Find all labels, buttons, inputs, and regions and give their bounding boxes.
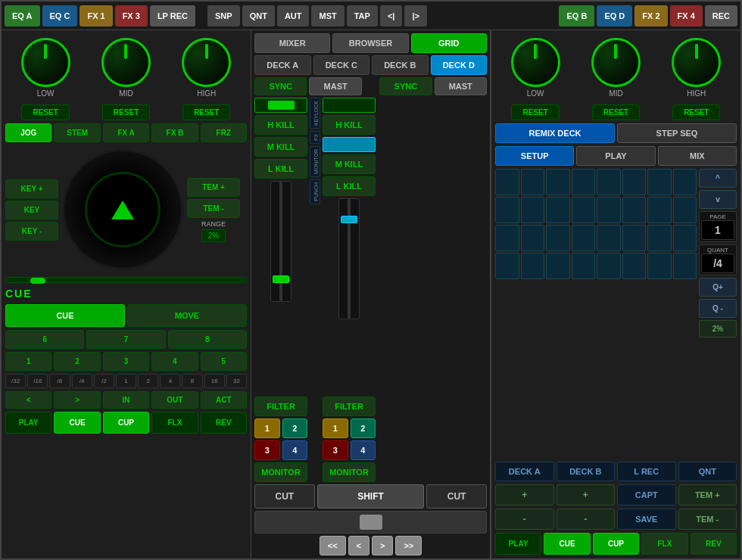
btn-move[interactable]: MOVE xyxy=(127,304,247,327)
btn-cue-main[interactable]: CUE xyxy=(5,304,125,327)
btn-div-x32[interactable]: 32 xyxy=(226,374,247,388)
cut-right-btn[interactable]: CUT xyxy=(426,484,487,509)
rpad-r1c8[interactable] xyxy=(673,169,697,195)
left-reset-mid[interactable]: RESET xyxy=(102,104,150,120)
btn-num-1[interactable]: 1 xyxy=(5,352,51,371)
btn-num-4[interactable]: 4 xyxy=(151,352,198,371)
q-minus-btn[interactable]: Q - xyxy=(699,299,737,318)
rpad-r2c3[interactable] xyxy=(546,197,570,223)
rpad-r2c2[interactable] xyxy=(521,197,545,223)
rpad-r4c2[interactable] xyxy=(521,253,545,279)
rpad-r3c1[interactable] xyxy=(495,225,519,251)
tab-rec[interactable]: REC xyxy=(705,5,737,26)
tab-fx1[interactable]: FX 1 xyxy=(80,5,112,26)
rpad-r2c4[interactable] xyxy=(572,197,596,223)
rpad-r1c7[interactable] xyxy=(647,169,672,195)
hotcue-right-3[interactable]: 3 xyxy=(323,440,348,460)
tab-arrow-right[interactable]: |> xyxy=(404,5,427,26)
left-btn-play[interactable]: PLAY xyxy=(5,412,51,434)
minus-btn-1[interactable]: - xyxy=(495,509,554,530)
tab-mst[interactable]: MST xyxy=(311,5,344,26)
btn-num-3[interactable]: 3 xyxy=(103,352,149,371)
rpad-r1c6[interactable] xyxy=(622,169,647,195)
rpad-r2c6[interactable] xyxy=(622,197,647,223)
tab-grid[interactable]: GRID xyxy=(411,33,487,53)
tab-lp-rec[interactable]: LP REC xyxy=(150,5,195,26)
tem-plus-right[interactable]: TEM + xyxy=(678,484,737,506)
right-cup[interactable]: CUP xyxy=(593,533,639,555)
rpad-r2c1[interactable] xyxy=(495,197,519,223)
btn-div-x8[interactable]: 8 xyxy=(182,374,202,388)
tem-minus-right[interactable]: TEM - xyxy=(678,509,737,530)
rpad-r4c3[interactable] xyxy=(546,253,570,279)
tab-arrow-left[interactable]: <| xyxy=(380,5,403,26)
right-flx[interactable]: FLX xyxy=(641,533,687,555)
l-rec-btn[interactable]: L REC xyxy=(617,462,676,481)
btn-key-plus[interactable]: KEY + xyxy=(5,179,58,198)
btn-fx-a[interactable]: FX A xyxy=(103,123,149,142)
tab-eq-b[interactable]: EQ B xyxy=(559,5,594,26)
btn-fx-b[interactable]: FX B xyxy=(151,123,198,142)
right-knob-high-dial[interactable] xyxy=(672,38,721,87)
right-reset-mid[interactable]: RESET xyxy=(592,104,640,120)
btn-stem[interactable]: STEM xyxy=(54,123,100,142)
deck-b-ab[interactable]: DECK B xyxy=(556,462,616,481)
btn-div-x2[interactable]: 2 xyxy=(138,374,158,388)
deck-d-btn[interactable]: DECK D xyxy=(431,55,488,75)
rpad-r3c6[interactable] xyxy=(622,225,647,251)
right-play-btn[interactable]: PLAY xyxy=(576,146,655,166)
btn-num-8[interactable]: 8 xyxy=(168,330,247,349)
right-rev[interactable]: REV xyxy=(691,533,737,555)
nav-fwd[interactable]: > xyxy=(372,536,393,555)
left-knob-low-dial[interactable] xyxy=(21,38,70,87)
rpad-r4c6[interactable] xyxy=(622,253,647,279)
rpad-r3c4[interactable] xyxy=(572,225,596,251)
right-reset-high[interactable]: RESET xyxy=(672,104,720,120)
rpad-r4c8[interactable] xyxy=(673,253,697,279)
tab-snp[interactable]: SNP xyxy=(207,5,240,26)
shift-btn[interactable]: SHIFT xyxy=(317,484,425,509)
left-knob-mid-dial[interactable] xyxy=(101,38,151,87)
btn-act[interactable]: ACT xyxy=(201,391,247,409)
left-btn-rev[interactable]: REV xyxy=(201,412,247,434)
rpad-r3c5[interactable] xyxy=(597,225,621,251)
sync-left[interactable]: SYNC xyxy=(254,77,307,95)
setup-btn[interactable]: SETUP xyxy=(495,146,574,166)
rpad-r3c8[interactable] xyxy=(673,225,697,251)
arrow-down-btn[interactable]: v xyxy=(699,190,737,209)
rpad-r4c5[interactable] xyxy=(597,253,621,279)
rpad-r3c7[interactable] xyxy=(647,225,672,251)
nav-rew[interactable]: < xyxy=(348,536,369,555)
btn-in[interactable]: IN xyxy=(103,391,149,409)
btn-next[interactable]: > xyxy=(54,391,100,409)
cut-left-btn[interactable]: CUT xyxy=(254,484,315,509)
left-jog-wheel[interactable] xyxy=(62,149,183,270)
tab-browser[interactable]: BROWSER xyxy=(332,33,408,53)
btn-div-2[interactable]: /2 xyxy=(94,374,114,388)
left-knob-high-dial[interactable] xyxy=(182,38,231,87)
capt-btn[interactable]: CAPT xyxy=(617,484,676,506)
monitor-right[interactable]: MONITOR xyxy=(323,462,376,482)
m-kill-left[interactable]: M KILL xyxy=(254,137,307,157)
btn-num-6[interactable]: 6 xyxy=(5,330,84,349)
left-btn-cup[interactable]: CUP xyxy=(103,412,149,434)
rpad-r4c4[interactable] xyxy=(572,253,596,279)
btn-out[interactable]: OUT xyxy=(151,391,198,409)
sync-right[interactable]: SYNC xyxy=(379,77,432,95)
hotcue-right-4[interactable]: 4 xyxy=(351,440,376,460)
hotcue-left-2[interactable]: 2 xyxy=(282,418,308,438)
tab-eq-d[interactable]: EQ D xyxy=(597,5,632,26)
btn-num-5[interactable]: 5 xyxy=(201,352,247,371)
rpad-r3c2[interactable] xyxy=(521,225,545,251)
mast-left[interactable]: MAST xyxy=(309,77,361,95)
btn-div-32[interactable]: /32 xyxy=(5,374,26,388)
right-knob-mid-dial[interactable] xyxy=(591,38,641,87)
btn-div-16[interactable]: /16 xyxy=(27,374,48,388)
rpad-r1c1[interactable] xyxy=(495,169,519,195)
rpad-r4c7[interactable] xyxy=(647,253,672,279)
rpad-r2c5[interactable] xyxy=(597,197,621,223)
deck-a-ab[interactable]: DECK A xyxy=(495,462,554,481)
left-btn-flx[interactable]: FLX xyxy=(151,412,198,434)
nav-rew-rew[interactable]: << xyxy=(320,536,346,555)
btn-jog[interactable]: JOG xyxy=(5,123,51,142)
